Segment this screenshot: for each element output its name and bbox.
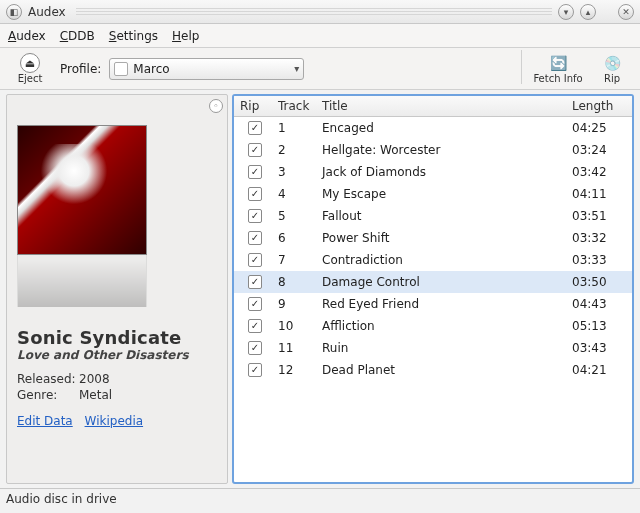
main-area: ◦ Sonic Syndicate Love and Other Disaste… (0, 90, 640, 488)
table-header: Rip Track Title Length (234, 96, 632, 117)
rip-cell: ✓ (234, 228, 272, 248)
rip-button[interactable]: 💿 Rip (592, 50, 632, 88)
table-row[interactable]: ✓9Red Eyed Friend04:43 (234, 293, 632, 315)
track-number: 3 (272, 162, 316, 182)
rip-cell: ✓ (234, 316, 272, 336)
track-number: 11 (272, 338, 316, 358)
table-row[interactable]: ✓3Jack of Diamonds03:42 (234, 161, 632, 183)
released-value: 2008 (79, 372, 110, 386)
window-title: Audex (28, 5, 66, 19)
fetch-info-label: Fetch Info (533, 73, 582, 84)
album-pane: ◦ Sonic Syndicate Love and Other Disaste… (6, 94, 228, 484)
track-number: 12 (272, 360, 316, 380)
track-length: 03:43 (566, 338, 632, 358)
rip-cell: ✓ (234, 250, 272, 270)
track-title: Encaged (316, 118, 566, 138)
table-row[interactable]: ✓8Damage Control03:50 (234, 271, 632, 293)
menu-settings[interactable]: Settings (109, 29, 158, 43)
maximize-button[interactable]: ▴ (580, 4, 596, 20)
profile-label: Profile: (60, 62, 101, 76)
track-number: 4 (272, 184, 316, 204)
eject-icon: ⏏ (20, 53, 40, 73)
edit-data-link[interactable]: Edit Data (17, 414, 73, 428)
rip-checkbox[interactable]: ✓ (248, 187, 262, 201)
released-label: Released: (17, 372, 75, 386)
table-row[interactable]: ✓2Hellgate: Worcester03:24 (234, 139, 632, 161)
menu-cddb[interactable]: CDDB (60, 29, 95, 43)
rip-icon: 💿 (601, 53, 623, 73)
header-title[interactable]: Title (316, 96, 566, 116)
titlebar-rule (76, 8, 552, 16)
rip-checkbox[interactable]: ✓ (248, 253, 262, 267)
rip-cell: ✓ (234, 162, 272, 182)
rip-cell: ✓ (234, 294, 272, 314)
fetch-info-button[interactable]: 🔄 Fetch Info (528, 50, 588, 88)
track-title: Jack of Diamonds (316, 162, 566, 182)
header-length[interactable]: Length (566, 96, 632, 116)
window-menu-button[interactable]: ◧ (6, 4, 22, 20)
profile-icon (114, 62, 128, 76)
table-row[interactable]: ✓12Dead Planet04:21 (234, 359, 632, 381)
table-row[interactable]: ✓1Encaged04:25 (234, 117, 632, 139)
track-title: Affliction (316, 316, 566, 336)
close-button[interactable]: ✕ (618, 4, 634, 20)
rip-checkbox[interactable]: ✓ (248, 209, 262, 223)
table-row[interactable]: ✓7Contradiction03:33 (234, 249, 632, 271)
rip-checkbox[interactable]: ✓ (248, 121, 262, 135)
album-links: Edit Data Wikipedia (17, 414, 217, 428)
album-cover[interactable] (17, 125, 147, 255)
profile-select[interactable]: Marco ▾ (109, 58, 304, 80)
track-title: Contradiction (316, 250, 566, 270)
header-rip[interactable]: Rip (234, 96, 272, 116)
track-title: Ruin (316, 338, 566, 358)
rip-cell: ✓ (234, 118, 272, 138)
track-title: Power Shift (316, 228, 566, 248)
rip-checkbox[interactable]: ✓ (248, 231, 262, 245)
status-text: Audio disc in drive (6, 492, 117, 506)
track-title: Hellgate: Worcester (316, 140, 566, 160)
table-row[interactable]: ✓6Power Shift03:32 (234, 227, 632, 249)
rip-checkbox[interactable]: ✓ (248, 143, 262, 157)
rip-checkbox[interactable]: ✓ (248, 275, 262, 289)
track-table: Rip Track Title Length ✓1Encaged04:25✓2H… (232, 94, 634, 484)
track-number: 7 (272, 250, 316, 270)
header-track[interactable]: Track (272, 96, 316, 116)
toolbar-separator (521, 50, 522, 84)
rip-checkbox[interactable]: ✓ (248, 297, 262, 311)
table-row[interactable]: ✓5Fallout03:51 (234, 205, 632, 227)
eject-button[interactable]: ⏏ Eject (8, 50, 52, 88)
album-cover-reflection (17, 255, 147, 307)
track-title: Dead Planet (316, 360, 566, 380)
menu-help[interactable]: Help (172, 29, 199, 43)
rip-checkbox[interactable]: ✓ (248, 165, 262, 179)
table-row[interactable]: ✓4My Escape04:11 (234, 183, 632, 205)
rip-checkbox[interactable]: ✓ (248, 319, 262, 333)
track-length: 04:25 (566, 118, 632, 138)
table-row[interactable]: ✓10Affliction05:13 (234, 315, 632, 337)
titlebar: ◧ Audex ▾ ▴ ✕ (0, 0, 640, 24)
rip-cell: ✓ (234, 206, 272, 226)
track-length: 03:24 (566, 140, 632, 160)
toolbar: ⏏ Eject Profile: Marco ▾ 🔄 Fetch Info 💿 … (0, 48, 640, 90)
table-row[interactable]: ✓11Ruin03:43 (234, 337, 632, 359)
collapse-pane-button[interactable]: ◦ (209, 99, 223, 113)
menubar: Audex CDDB Settings Help (0, 24, 640, 48)
rip-checkbox[interactable]: ✓ (248, 341, 262, 355)
track-length: 04:21 (566, 360, 632, 380)
genre-value: Metal (79, 388, 112, 402)
rip-cell: ✓ (234, 338, 272, 358)
rip-checkbox[interactable]: ✓ (248, 363, 262, 377)
minimize-button[interactable]: ▾ (558, 4, 574, 20)
track-length: 03:50 (566, 272, 632, 292)
track-number: 5 (272, 206, 316, 226)
chevron-down-icon: ▾ (294, 63, 299, 74)
track-length: 03:51 (566, 206, 632, 226)
table-body: ✓1Encaged04:25✓2Hellgate: Worcester03:24… (234, 117, 632, 482)
track-length: 04:11 (566, 184, 632, 204)
genre-label: Genre: (17, 388, 75, 402)
wikipedia-link[interactable]: Wikipedia (85, 414, 144, 428)
track-number: 1 (272, 118, 316, 138)
track-title: Damage Control (316, 272, 566, 292)
rip-cell: ✓ (234, 272, 272, 292)
menu-audex[interactable]: Audex (8, 29, 46, 43)
